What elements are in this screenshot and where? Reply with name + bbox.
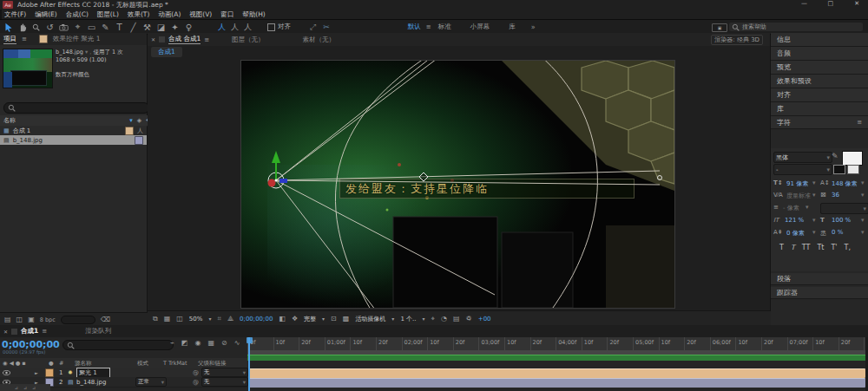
stroke-color-swatch[interactable] (833, 165, 845, 174)
menu-item-5[interactable]: 动画(A) (158, 10, 181, 19)
menu-item-2[interactable]: 合成(C) (66, 10, 89, 19)
tab-composition[interactable]: 合成 合成1 (168, 35, 201, 44)
preview-quality-icon[interactable]: ⧉ (153, 315, 158, 323)
column-name[interactable]: 名称 (3, 116, 16, 125)
baseline-grid-value[interactable]: - 像素 (783, 204, 799, 212)
eraser-tool[interactable]: ◪ (155, 23, 167, 32)
tsume-value[interactable]: 0 % (832, 229, 843, 236)
cti-handle[interactable] (247, 337, 253, 343)
sort-caret-icon[interactable]: ▾ (129, 117, 133, 124)
zoom-level-select-caret[interactable]: ▾ (208, 316, 211, 322)
menu-item-6[interactable]: 视图(V) (189, 10, 212, 19)
comp-viewport[interactable]: 发给盟友：支持星位降临 (241, 61, 674, 308)
parent-select[interactable]: 无▾ (201, 368, 248, 377)
zoom-tool[interactable] (30, 23, 42, 31)
camera-wireframe[interactable] (241, 61, 674, 308)
sidebar-panel-0[interactable]: 信息 (771, 33, 868, 47)
tab-effect-controls[interactable]: 效果控件 聚光 1 (53, 35, 101, 43)
tracking-value[interactable]: 36 (832, 192, 839, 199)
project-item-composition[interactable]: ▦合成 1人 (0, 126, 147, 135)
sidebar-panel-4[interactable]: 对齐 (771, 88, 868, 102)
puppet-pin-tool[interactable]: ♀ (183, 23, 194, 32)
channels-icon[interactable]: ❖ (292, 315, 298, 323)
paragraph-panel-header[interactable]: 段落 (771, 273, 868, 285)
pan-behind-tool[interactable]: ⌖ (72, 22, 83, 32)
menu-item-8[interactable]: 帮助(H) (242, 10, 266, 19)
menu-item-7[interactable]: 窗口 (220, 10, 233, 19)
faux-style-1[interactable]: T (791, 244, 795, 251)
workspace-bar-icon[interactable]: ▣ (712, 23, 727, 32)
workspace-3[interactable]: 小屏幕 (470, 23, 490, 31)
workspace-1[interactable]: 默认 (408, 23, 421, 31)
graph-editor-icon[interactable]: ∿ (234, 339, 240, 347)
parent-pick-whip-icon[interactable]: @ (193, 369, 199, 376)
faux-style-4[interactable]: T' (831, 244, 837, 251)
frame-blend-icon[interactable]: ▦ (207, 339, 214, 347)
timeline-bottom-toggles[interactable]: ⊿⊿⊿ (0, 384, 50, 391)
panel-menu-icon[interactable]: ≡ (22, 36, 27, 42)
tab-layer[interactable]: 图层（无） (232, 36, 265, 44)
faux-style-5[interactable]: T, (845, 244, 851, 251)
flowchart-button[interactable]: ♽ (466, 315, 472, 323)
layer-duration-bar[interactable] (249, 368, 865, 378)
workspace-4[interactable]: 库 (509, 23, 516, 31)
camera-view-select-caret[interactable]: ▾ (391, 316, 394, 322)
footage-caret-icon[interactable]: ▾ (85, 49, 88, 55)
ruler-icon[interactable]: ⌗ (217, 315, 221, 323)
project-bit-depth[interactable]: 8 bpc (40, 316, 56, 323)
grid-guides-icon[interactable]: ▦ (164, 315, 171, 323)
tab-project[interactable]: 项目 (3, 35, 16, 44)
current-time-display[interactable]: 0;00;00;00 (240, 316, 273, 323)
expand-arrow-icon[interactable]: ► (35, 370, 38, 375)
leading-value[interactable]: 148 像素 (832, 179, 858, 188)
faux-style-2[interactable]: TT (802, 244, 811, 251)
toolbar-extra-icon-1[interactable]: ⤢ (310, 23, 316, 32)
layer-label-swatch[interactable] (45, 368, 54, 377)
axis-mode-view[interactable]: 人 (244, 22, 252, 33)
number-column[interactable]: # (59, 360, 63, 367)
zoom-level-select[interactable]: 50% (189, 316, 203, 323)
sidebar-panel-5[interactable]: 库 (771, 102, 868, 116)
help-search-box[interactable]: 搜索帮助 (729, 23, 863, 31)
camera-point-of-interest[interactable] (658, 176, 662, 180)
axis-mode-world[interactable]: 人 (231, 22, 239, 33)
new-composition-icon[interactable]: ▣ (28, 316, 35, 323)
composition-mini-flowchart-icon[interactable]: ⌁ (170, 339, 174, 347)
snap-control[interactable]: 对齐 (267, 23, 291, 31)
close-button[interactable]: ✕ (854, 0, 859, 7)
font-family-select[interactable]: 黑体▾ (773, 152, 832, 163)
resolution-select-caret[interactable]: ▾ (322, 316, 325, 322)
view-layout-select-caret[interactable]: ▾ (423, 316, 425, 322)
tab-close-icon[interactable]: ✕ (151, 36, 155, 42)
exposure-control[interactable]: +00 (478, 316, 491, 323)
tab-render-queue[interactable]: 渲染队列 (85, 327, 111, 336)
project-footer-field[interactable] (61, 316, 95, 324)
clone-stamp-tool[interactable]: ⚒ (141, 23, 153, 32)
sidebar-panel-1[interactable]: 音频 (771, 47, 868, 61)
timeline-search-field[interactable] (62, 340, 174, 350)
sidebar-panel-3[interactable]: 效果和预设 (771, 75, 868, 88)
menu-item-3[interactable]: 图层(L) (97, 10, 119, 19)
toolbar-extra-icon-2[interactable]: ✂ (323, 23, 330, 31)
anchor-diamond-icon[interactable] (419, 173, 428, 181)
camera-view-select[interactable]: 活动摄像机 (355, 315, 385, 323)
draft-3d-icon[interactable]: ◩ (181, 339, 188, 347)
motion-blur-icon[interactable]: ⊘ (221, 339, 227, 347)
layer-name[interactable]: 聚光 1 (76, 368, 110, 378)
layer-name[interactable]: b_148.jpg (76, 379, 106, 386)
workspace-menu-icon[interactable]: ≡ (426, 23, 431, 30)
tab-timeline-comp[interactable]: 合成1 (21, 327, 38, 336)
footage-filename[interactable]: b_148.jpg (56, 49, 83, 55)
x-axis-handle[interactable] (268, 179, 276, 187)
region-of-interest-icon[interactable]: ⟁ (227, 315, 233, 323)
camera-tool[interactable] (58, 23, 69, 31)
tab-close-icon[interactable]: ✕ (3, 329, 8, 335)
layer-visibility-eye[interactable] (3, 370, 10, 375)
layer-duration-bar[interactable] (249, 378, 865, 388)
faux-style-0[interactable]: T (779, 244, 784, 251)
tracker-panel-header[interactable]: 跟踪器 (771, 287, 868, 299)
stroke-over-fill-swatch[interactable] (847, 165, 859, 174)
sidebar-panel-2[interactable]: 预览 (771, 61, 868, 75)
snap-checkbox[interactable] (267, 23, 275, 31)
pixel-aspect-icon[interactable]: ⌖ (431, 315, 436, 323)
